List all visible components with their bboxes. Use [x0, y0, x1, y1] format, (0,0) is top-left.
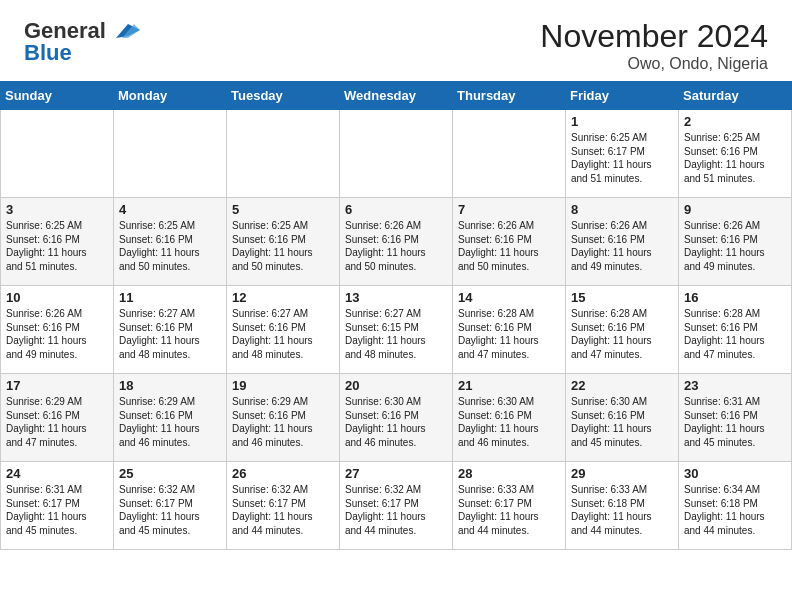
day-number: 20: [345, 378, 447, 393]
day-number: 14: [458, 290, 560, 305]
calendar-cell: 25Sunrise: 6:32 AM Sunset: 6:17 PM Dayli…: [114, 462, 227, 550]
col-header-saturday: Saturday: [679, 82, 792, 110]
day-number: 28: [458, 466, 560, 481]
day-info: Sunrise: 6:28 AM Sunset: 6:16 PM Dayligh…: [571, 307, 673, 361]
calendar-cell: 4Sunrise: 6:25 AM Sunset: 6:16 PM Daylig…: [114, 198, 227, 286]
calendar-table: SundayMondayTuesdayWednesdayThursdayFrid…: [0, 81, 792, 550]
day-info: Sunrise: 6:25 AM Sunset: 6:16 PM Dayligh…: [6, 219, 108, 273]
day-info: Sunrise: 6:32 AM Sunset: 6:17 PM Dayligh…: [119, 483, 221, 537]
day-info: Sunrise: 6:25 AM Sunset: 6:16 PM Dayligh…: [119, 219, 221, 273]
day-number: 7: [458, 202, 560, 217]
logo-icon: [108, 20, 140, 42]
calendar-cell: 7Sunrise: 6:26 AM Sunset: 6:16 PM Daylig…: [453, 198, 566, 286]
day-info: Sunrise: 6:26 AM Sunset: 6:16 PM Dayligh…: [345, 219, 447, 273]
calendar-cell: 20Sunrise: 6:30 AM Sunset: 6:16 PM Dayli…: [340, 374, 453, 462]
day-number: 25: [119, 466, 221, 481]
calendar-cell: [114, 110, 227, 198]
day-number: 22: [571, 378, 673, 393]
calendar-cell: 19Sunrise: 6:29 AM Sunset: 6:16 PM Dayli…: [227, 374, 340, 462]
calendar-cell: 17Sunrise: 6:29 AM Sunset: 6:16 PM Dayli…: [1, 374, 114, 462]
day-number: 8: [571, 202, 673, 217]
col-header-sunday: Sunday: [1, 82, 114, 110]
day-number: 13: [345, 290, 447, 305]
day-info: Sunrise: 6:29 AM Sunset: 6:16 PM Dayligh…: [6, 395, 108, 449]
col-header-friday: Friday: [566, 82, 679, 110]
logo: General Blue: [24, 18, 140, 66]
day-info: Sunrise: 6:25 AM Sunset: 6:17 PM Dayligh…: [571, 131, 673, 185]
day-info: Sunrise: 6:26 AM Sunset: 6:16 PM Dayligh…: [684, 219, 786, 273]
calendar-cell: 16Sunrise: 6:28 AM Sunset: 6:16 PM Dayli…: [679, 286, 792, 374]
calendar-cell: 23Sunrise: 6:31 AM Sunset: 6:16 PM Dayli…: [679, 374, 792, 462]
day-number: 29: [571, 466, 673, 481]
day-number: 11: [119, 290, 221, 305]
day-info: Sunrise: 6:28 AM Sunset: 6:16 PM Dayligh…: [458, 307, 560, 361]
day-number: 10: [6, 290, 108, 305]
day-info: Sunrise: 6:29 AM Sunset: 6:16 PM Dayligh…: [232, 395, 334, 449]
day-info: Sunrise: 6:26 AM Sunset: 6:16 PM Dayligh…: [571, 219, 673, 273]
day-number: 3: [6, 202, 108, 217]
day-number: 27: [345, 466, 447, 481]
col-header-monday: Monday: [114, 82, 227, 110]
day-info: Sunrise: 6:34 AM Sunset: 6:18 PM Dayligh…: [684, 483, 786, 537]
day-number: 12: [232, 290, 334, 305]
day-info: Sunrise: 6:33 AM Sunset: 6:18 PM Dayligh…: [571, 483, 673, 537]
day-number: 6: [345, 202, 447, 217]
day-info: Sunrise: 6:30 AM Sunset: 6:16 PM Dayligh…: [345, 395, 447, 449]
day-info: Sunrise: 6:31 AM Sunset: 6:16 PM Dayligh…: [684, 395, 786, 449]
day-number: 16: [684, 290, 786, 305]
calendar-cell: 10Sunrise: 6:26 AM Sunset: 6:16 PM Dayli…: [1, 286, 114, 374]
header: General Blue November 2024 Owo, Ondo, Ni…: [0, 0, 792, 81]
day-info: Sunrise: 6:27 AM Sunset: 6:16 PM Dayligh…: [119, 307, 221, 361]
day-info: Sunrise: 6:30 AM Sunset: 6:16 PM Dayligh…: [571, 395, 673, 449]
day-number: 1: [571, 114, 673, 129]
calendar-cell: 30Sunrise: 6:34 AM Sunset: 6:18 PM Dayli…: [679, 462, 792, 550]
day-info: Sunrise: 6:27 AM Sunset: 6:15 PM Dayligh…: [345, 307, 447, 361]
day-info: Sunrise: 6:26 AM Sunset: 6:16 PM Dayligh…: [458, 219, 560, 273]
day-info: Sunrise: 6:27 AM Sunset: 6:16 PM Dayligh…: [232, 307, 334, 361]
day-number: 15: [571, 290, 673, 305]
calendar-cell: 1Sunrise: 6:25 AM Sunset: 6:17 PM Daylig…: [566, 110, 679, 198]
calendar-cell: 15Sunrise: 6:28 AM Sunset: 6:16 PM Dayli…: [566, 286, 679, 374]
calendar-cell: 29Sunrise: 6:33 AM Sunset: 6:18 PM Dayli…: [566, 462, 679, 550]
day-number: 30: [684, 466, 786, 481]
calendar-cell: 18Sunrise: 6:29 AM Sunset: 6:16 PM Dayli…: [114, 374, 227, 462]
day-number: 18: [119, 378, 221, 393]
calendar-cell: 12Sunrise: 6:27 AM Sunset: 6:16 PM Dayli…: [227, 286, 340, 374]
calendar-cell: 21Sunrise: 6:30 AM Sunset: 6:16 PM Dayli…: [453, 374, 566, 462]
day-number: 23: [684, 378, 786, 393]
col-header-thursday: Thursday: [453, 82, 566, 110]
calendar-cell: 24Sunrise: 6:31 AM Sunset: 6:17 PM Dayli…: [1, 462, 114, 550]
day-number: 21: [458, 378, 560, 393]
title-block: November 2024 Owo, Ondo, Nigeria: [540, 18, 768, 73]
calendar-cell: 28Sunrise: 6:33 AM Sunset: 6:17 PM Dayli…: [453, 462, 566, 550]
calendar-cell: [453, 110, 566, 198]
day-info: Sunrise: 6:32 AM Sunset: 6:17 PM Dayligh…: [345, 483, 447, 537]
logo-blue: Blue: [24, 40, 72, 66]
calendar-cell: 3Sunrise: 6:25 AM Sunset: 6:16 PM Daylig…: [1, 198, 114, 286]
calendar-subtitle: Owo, Ondo, Nigeria: [540, 55, 768, 73]
day-info: Sunrise: 6:29 AM Sunset: 6:16 PM Dayligh…: [119, 395, 221, 449]
day-info: Sunrise: 6:33 AM Sunset: 6:17 PM Dayligh…: [458, 483, 560, 537]
calendar-cell: 14Sunrise: 6:28 AM Sunset: 6:16 PM Dayli…: [453, 286, 566, 374]
day-info: Sunrise: 6:28 AM Sunset: 6:16 PM Dayligh…: [684, 307, 786, 361]
day-number: 2: [684, 114, 786, 129]
calendar-cell: [1, 110, 114, 198]
calendar-cell: 27Sunrise: 6:32 AM Sunset: 6:17 PM Dayli…: [340, 462, 453, 550]
calendar-cell: 9Sunrise: 6:26 AM Sunset: 6:16 PM Daylig…: [679, 198, 792, 286]
day-info: Sunrise: 6:25 AM Sunset: 6:16 PM Dayligh…: [232, 219, 334, 273]
calendar-cell: 8Sunrise: 6:26 AM Sunset: 6:16 PM Daylig…: [566, 198, 679, 286]
day-info: Sunrise: 6:26 AM Sunset: 6:16 PM Dayligh…: [6, 307, 108, 361]
calendar-cell: 22Sunrise: 6:30 AM Sunset: 6:16 PM Dayli…: [566, 374, 679, 462]
calendar-cell: 11Sunrise: 6:27 AM Sunset: 6:16 PM Dayli…: [114, 286, 227, 374]
day-number: 17: [6, 378, 108, 393]
calendar-cell: 2Sunrise: 6:25 AM Sunset: 6:16 PM Daylig…: [679, 110, 792, 198]
calendar-cell: [340, 110, 453, 198]
calendar-cell: 13Sunrise: 6:27 AM Sunset: 6:15 PM Dayli…: [340, 286, 453, 374]
calendar-cell: 26Sunrise: 6:32 AM Sunset: 6:17 PM Dayli…: [227, 462, 340, 550]
col-header-tuesday: Tuesday: [227, 82, 340, 110]
calendar-title: November 2024: [540, 18, 768, 55]
col-header-wednesday: Wednesday: [340, 82, 453, 110]
calendar-cell: 6Sunrise: 6:26 AM Sunset: 6:16 PM Daylig…: [340, 198, 453, 286]
day-number: 5: [232, 202, 334, 217]
day-info: Sunrise: 6:31 AM Sunset: 6:17 PM Dayligh…: [6, 483, 108, 537]
